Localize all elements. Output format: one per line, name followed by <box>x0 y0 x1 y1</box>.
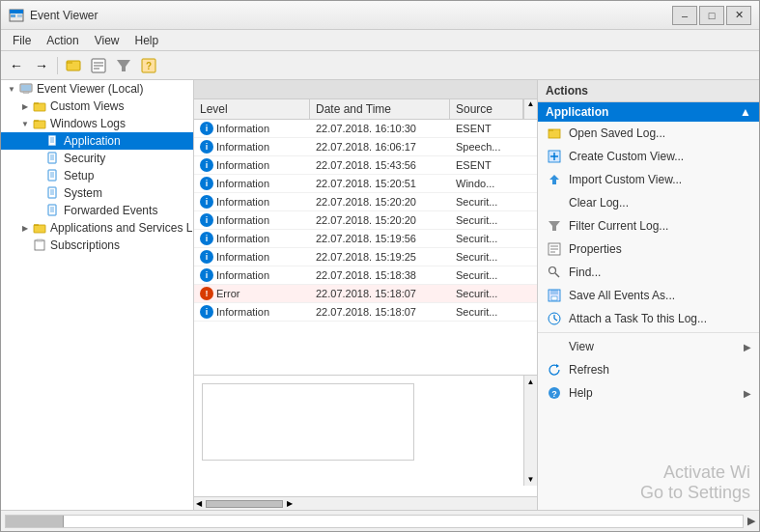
scroll-up-btn[interactable]: ▲ <box>523 99 537 119</box>
tree-label-apps-services: Applications and Services Lo <box>50 221 194 235</box>
cell-datetime: 22.07.2018. 15:20:20 <box>310 194 450 210</box>
tree-item-subscriptions[interactable]: Subscriptions <box>1 237 193 254</box>
detail-scrollbar[interactable]: ▲ ▼ <box>523 376 537 486</box>
level-icon: i <box>200 195 213 209</box>
cell-level: i Information <box>194 248 310 266</box>
action-item-clear-log...[interactable]: Clear Log... <box>538 191 759 214</box>
table-row[interactable]: i Information 22.07.2018. 16:10:30 ESENT <box>194 120 537 138</box>
tree-item-windows-logs[interactable]: ▼ Windows Logs <box>1 115 193 132</box>
action-item-open-saved-log...[interactable]: Open Saved Log... <box>538 122 759 145</box>
svg-rect-14 <box>21 85 31 91</box>
cell-level: i Information <box>194 138 310 155</box>
menu-file[interactable]: File <box>5 32 39 49</box>
cell-source: Securit... <box>450 231 537 246</box>
tree-item-system[interactable]: System <box>1 184 193 202</box>
tree-label-event-viewer-local: Event Viewer (Local) <box>37 82 144 96</box>
action-icon: ? <box>546 384 563 402</box>
action-item-filter-current-log...[interactable]: Filter Current Log... <box>538 214 759 238</box>
col-datetime[interactable]: Date and Time <box>310 99 450 119</box>
cell-source: Securit... <box>450 304 537 320</box>
action-icon <box>546 171 563 188</box>
horizontal-scrollbar[interactable]: ◀ ▶ <box>194 496 537 510</box>
tree-item-custom-views[interactable]: ▶ Custom Views <box>1 98 193 115</box>
table-row[interactable]: i Information 22.07.2018. 15:20:51 Windo… <box>194 175 537 193</box>
toolbar-filter[interactable] <box>112 54 135 77</box>
cell-level: i Information <box>194 120 310 137</box>
action-item-create-custom-view...[interactable]: Create Custom View... <box>538 145 759 168</box>
tree-item-event-viewer-local[interactable]: ▼ Event Viewer (Local) <box>1 80 193 98</box>
actions-panel: Actions Application ▲ Open Saved Log... … <box>537 80 759 510</box>
maximize-button[interactable]: □ <box>699 6 724 25</box>
action-item-help[interactable]: ? Help ▶ <box>538 381 759 405</box>
action-label: Save All Events As... <box>569 289 675 302</box>
tree-item-forwarded-events[interactable]: Forwarded Events <box>1 202 193 219</box>
tree-icon-windows-logs <box>32 116 47 131</box>
cell-datetime: 22.07.2018. 15:20:20 <box>310 212 450 228</box>
tree-item-setup[interactable]: Setup <box>1 167 193 184</box>
action-item-view[interactable]: View ▶ <box>538 335 759 358</box>
level-icon: ! <box>200 287 213 300</box>
actions-section-application[interactable]: Application ▲ <box>538 102 759 122</box>
tree-icon-security <box>45 151 61 166</box>
tree-item-apps-services[interactable]: ▶ Applications and Services Lo <box>1 219 193 237</box>
level-icon: i <box>200 122 213 135</box>
cell-source: Securit... <box>450 249 537 265</box>
table-row[interactable]: i Information 22.07.2018. 15:18:38 Secur… <box>194 266 537 285</box>
action-item-save-all-events-as...[interactable]: Save All Events As... <box>538 284 759 307</box>
tree-item-security[interactable]: Security <box>1 150 193 167</box>
tree-expand-windows-logs: ▼ <box>18 120 32 128</box>
status-scrollbar[interactable] <box>5 515 744 528</box>
tree-icon-forwarded-events <box>45 203 61 218</box>
action-icon <box>546 194 563 211</box>
breadcrumb-bar <box>194 80 537 99</box>
level-icon: i <box>200 250 213 264</box>
level-icon: i <box>200 158 213 172</box>
svg-rect-40 <box>34 225 45 233</box>
menu-view[interactable]: View <box>87 32 127 49</box>
menu-action[interactable]: Action <box>39 32 86 49</box>
tree-view: ▼ Event Viewer (Local) ▶ Custom Views ▼ … <box>1 80 193 254</box>
col-level[interactable]: Level <box>194 99 310 119</box>
table-row[interactable]: i Information 22.07.2018. 15:19:56 Secur… <box>194 230 537 248</box>
close-button[interactable]: ✕ <box>726 6 751 25</box>
tree-icon-apps-services <box>32 220 47 236</box>
table-row[interactable]: i Information 22.07.2018. 15:43:56 ESENT <box>194 156 537 175</box>
table-row[interactable]: i Information 22.07.2018. 15:18:07 Secur… <box>194 303 537 322</box>
toolbar-help[interactable]: ? <box>137 54 160 77</box>
tree-item-application[interactable]: Application <box>1 132 193 150</box>
left-panel[interactable]: ▼ Event Viewer (Local) ▶ Custom Views ▼ … <box>1 80 194 510</box>
status-arrow[interactable]: ▶ <box>747 515 755 527</box>
svg-marker-63 <box>556 364 559 368</box>
action-item-refresh[interactable]: Refresh <box>538 358 759 381</box>
col-source[interactable]: Source <box>450 99 523 119</box>
toolbar-open[interactable] <box>62 54 85 77</box>
cell-source: Speech... <box>450 139 537 154</box>
level-icon: i <box>200 268 213 282</box>
tree-label-system: System <box>64 186 102 200</box>
cell-level: i Information <box>194 266 310 284</box>
action-item-find...[interactable]: Find... <box>538 261 759 284</box>
toolbar-back[interactable]: ← <box>5 54 28 77</box>
table-row[interactable]: i Information 22.07.2018. 16:06:17 Speec… <box>194 138 537 156</box>
action-item-attach-a-task-to-this-log...[interactable]: Attach a Task To this Log... <box>538 307 759 330</box>
minimize-button[interactable]: – <box>672 6 697 25</box>
toolbar-properties[interactable] <box>87 54 110 77</box>
menu-help[interactable]: Help <box>127 32 167 49</box>
table-row[interactable]: ! Error 22.07.2018. 15:18:07 Securit... <box>194 285 537 303</box>
tree-label-windows-logs: Windows Logs <box>50 117 126 130</box>
event-table-body[interactable]: i Information 22.07.2018. 16:10:30 ESENT… <box>194 120 537 375</box>
action-item-import-custom-view...[interactable]: Import Custom View... <box>538 168 759 191</box>
center-panel: Level Date and Time Source ▲ i Informati… <box>194 80 537 510</box>
toolbar-forward[interactable]: → <box>30 54 53 77</box>
svg-rect-41 <box>34 224 39 226</box>
cell-datetime: 22.07.2018. 15:18:07 <box>310 286 450 301</box>
action-icon <box>546 240 563 258</box>
svg-rect-42 <box>35 240 44 250</box>
table-row[interactable]: i Information 22.07.2018. 15:20:20 Secur… <box>194 211 537 230</box>
table-row[interactable]: i Information 22.07.2018. 15:20:20 Secur… <box>194 193 537 211</box>
cell-datetime: 22.07.2018. 15:20:51 <box>310 176 450 191</box>
detail-content <box>194 376 537 496</box>
action-item-properties[interactable]: Properties <box>538 238 759 261</box>
action-submenu-arrow: ▶ <box>744 342 751 352</box>
table-row[interactable]: i Information 22.07.2018. 15:19:25 Secur… <box>194 248 537 266</box>
